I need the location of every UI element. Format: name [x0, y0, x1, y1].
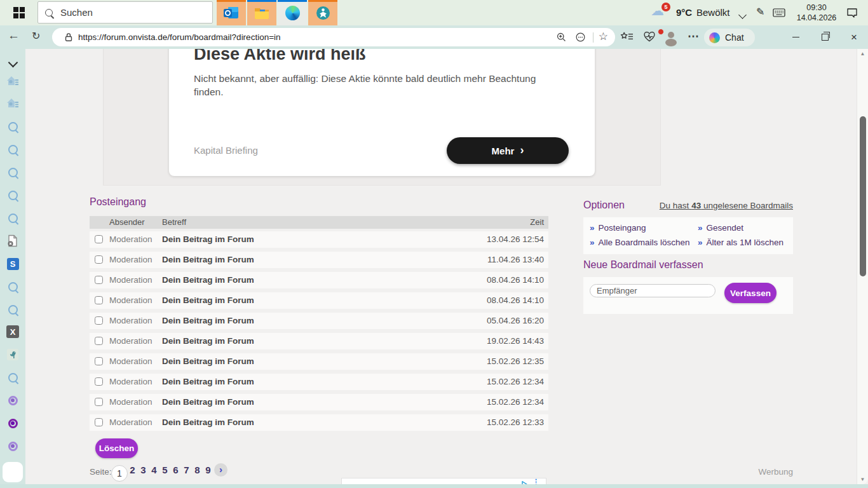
tab-house-site-2[interactable]	[5, 95, 20, 111]
table-row[interactable]: Moderation Dein Beitrag im Forum 05.04.2…	[90, 313, 548, 329]
row-subject[interactable]: Dein Beitrag im Forum	[162, 333, 254, 349]
tab-search-5[interactable]	[5, 210, 20, 226]
table-row[interactable]: Moderation Dein Beitrag im Forum 15.02.2…	[90, 374, 548, 390]
table-row[interactable]: Moderation Dein Beitrag im Forum 19.02.2…	[90, 333, 548, 349]
ad-more-button[interactable]: Mehr ›	[447, 137, 569, 164]
row-subject[interactable]: Dein Beitrag im Forum	[162, 313, 254, 329]
row-checkbox[interactable]	[95, 398, 103, 406]
taskbar-clock[interactable]: 09:30 14.04.2026	[792, 3, 841, 23]
tab-onvista-2[interactable]	[5, 438, 20, 454]
restore-button[interactable]	[810, 25, 839, 49]
tab-x-twitter[interactable]: X	[5, 324, 20, 339]
row-checkbox[interactable]	[95, 337, 103, 345]
page-link-8[interactable]: 8	[192, 464, 203, 475]
minimize-button[interactable]	[781, 25, 810, 49]
browser-menu-icon[interactable]: ⋯	[688, 29, 699, 43]
favorite-star-icon[interactable]: ☆	[599, 30, 608, 43]
taskbar-app-file-explorer[interactable]	[247, 0, 276, 25]
page-link-6[interactable]: 6	[170, 464, 181, 475]
taskbar-app-outlook[interactable]	[217, 0, 246, 25]
row-checkbox[interactable]	[95, 377, 103, 386]
tab-house-site-1[interactable]	[5, 73, 20, 88]
adchoices-icon[interactable]	[520, 479, 528, 484]
page-link-4[interactable]: 4	[149, 464, 159, 475]
scroll-down-icon[interactable]: ▼	[857, 477, 868, 482]
refresh-icon[interactable]: ↻	[32, 30, 40, 42]
row-checkbox[interactable]	[95, 255, 103, 264]
compose-button[interactable]: Verfassen	[724, 283, 776, 303]
row-checkbox[interactable]	[95, 235, 103, 243]
page-link-5[interactable]: 5	[159, 464, 170, 475]
tab-blocked-document[interactable]	[5, 233, 20, 248]
page-options-icon[interactable]	[575, 32, 586, 45]
tab-search-6[interactable]	[5, 279, 20, 294]
link-posteingang[interactable]: »Posteingang	[590, 223, 646, 233]
browser-essentials-icon[interactable]	[643, 30, 656, 46]
table-row[interactable]: Moderation Dein Beitrag im Forum 08.04.2…	[90, 292, 548, 309]
weather-condition[interactable]: Bewölkt	[696, 0, 730, 25]
weather-temp[interactable]: 9°C	[676, 0, 692, 25]
pen-icon[interactable]: ✎	[756, 6, 764, 18]
taskbar-app-edge[interactable]	[278, 0, 307, 25]
tab-s-site[interactable]: S	[5, 256, 20, 271]
row-checkbox[interactable]	[95, 276, 103, 284]
tab-onvista-active[interactable]	[5, 416, 20, 431]
pagination-next-button[interactable]: ›	[214, 463, 227, 477]
row-subject[interactable]: Dein Beitrag im Forum	[162, 231, 254, 248]
table-row[interactable]: Moderation Dein Beitrag im Forum 15.02.2…	[90, 414, 548, 431]
row-subject[interactable]: Dein Beitrag im Forum	[162, 252, 254, 268]
table-row[interactable]: Moderation Dein Beitrag im Forum 13.04.2…	[90, 231, 548, 248]
notification-center-icon[interactable]	[846, 8, 858, 20]
taskbar-app-person[interactable]	[308, 0, 337, 25]
url-text[interactable]: https://forum.onvista.de/forum/boardmail…	[78, 28, 281, 46]
keyboard-icon[interactable]	[773, 8, 785, 20]
page-link-3[interactable]: 3	[138, 464, 149, 475]
bottom-ad-iframe[interactable]: ⋮	[341, 478, 546, 484]
table-row[interactable]: Moderation Dein Beitrag im Forum 08.04.2…	[90, 272, 548, 288]
col-sender[interactable]: Absender	[109, 216, 145, 229]
delete-button[interactable]: Löschen	[95, 438, 138, 458]
link-aelter-loeschen[interactable]: »Älter als 1M löschen	[698, 238, 783, 247]
ad-card[interactable]: Diese Aktie wird heiß Nicht bekannt, abe…	[169, 49, 595, 176]
link-alle-loeschen[interactable]: »Alle Boardmails löschen	[590, 238, 690, 247]
tab-search-2[interactable]	[5, 142, 20, 157]
start-button[interactable]	[6, 0, 32, 25]
row-subject[interactable]: Dein Beitrag im Forum	[162, 374, 254, 390]
page-link-7[interactable]: 7	[181, 464, 192, 475]
tab-search-4[interactable]	[5, 187, 20, 203]
table-row[interactable]: Moderation Dein Beitrag im Forum 15.02.2…	[90, 353, 548, 370]
tray-chevron-icon[interactable]	[740, 9, 745, 20]
row-checkbox[interactable]	[95, 296, 103, 304]
col-time[interactable]: Zeit	[530, 216, 544, 229]
back-icon[interactable]: ←	[8, 29, 20, 43]
table-row[interactable]: Moderation Dein Beitrag im Forum 15.02.2…	[90, 394, 548, 410]
row-subject[interactable]: Dein Beitrag im Forum	[162, 414, 254, 431]
row-checkbox[interactable]	[95, 316, 103, 325]
page-link-9[interactable]: 9	[203, 464, 214, 475]
row-subject[interactable]: Dein Beitrag im Forum	[162, 353, 254, 370]
unread-boardmails-link[interactable]: Du hast 43 ungelesene Boardmails	[660, 201, 793, 210]
recipient-input[interactable]	[590, 284, 715, 297]
tab-search-3[interactable]	[5, 165, 20, 180]
scrollbar-thumb[interactable]	[860, 116, 866, 276]
tab-search-8[interactable]	[5, 370, 20, 385]
close-button[interactable]: ×	[839, 25, 868, 49]
copilot-chat-button[interactable]: Chat	[704, 29, 755, 46]
address-bar[interactable]: https://forum.onvista.de/forum/boardmail…	[52, 28, 615, 46]
row-checkbox[interactable]	[95, 418, 103, 426]
row-subject[interactable]: Dein Beitrag im Forum	[162, 394, 254, 410]
row-checkbox[interactable]	[95, 357, 103, 365]
zoom-in-icon[interactable]	[556, 32, 567, 45]
favorites-list-icon[interactable]	[620, 31, 634, 45]
page-link-2[interactable]: 2	[127, 464, 138, 475]
link-gesendet[interactable]: »Gesendet	[698, 223, 743, 233]
tab-search-1[interactable]	[5, 119, 20, 134]
col-subject[interactable]: Betreff	[162, 216, 186, 229]
tab-search-7[interactable]	[5, 302, 20, 317]
row-subject[interactable]: Dein Beitrag im Forum	[162, 292, 254, 309]
taskbar-search-input[interactable]: Suchen	[37, 1, 213, 24]
collapse-sidebar-icon[interactable]	[5, 56, 20, 71]
tab-flamingo-site[interactable]	[5, 347, 20, 362]
tab-onvista-1[interactable]	[5, 393, 20, 408]
ad-menu-dots-icon[interactable]: ⋮	[532, 478, 539, 484]
